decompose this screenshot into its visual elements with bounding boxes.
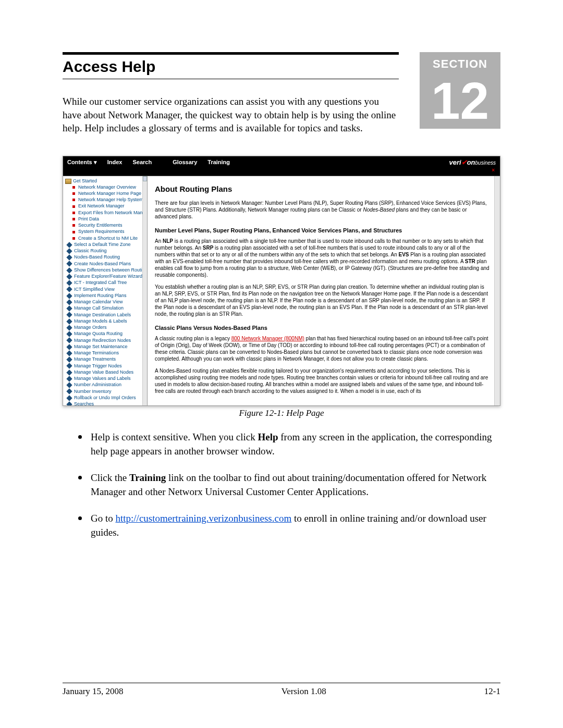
index-tab[interactable]: Index	[107, 159, 123, 165]
diamond-icon	[66, 254, 72, 260]
diamond-icon	[66, 274, 72, 279]
content-heading: About Routing Plans	[155, 184, 491, 193]
tree-topic[interactable]: Manage Quota Routing	[66, 331, 146, 337]
bullet-icon	[72, 205, 75, 208]
bullet-2: Click the Training link on the toolbar t…	[89, 470, 500, 499]
tree-topic[interactable]: Manage Orders	[66, 325, 146, 331]
bullet-3: Go to http://customertraining.verizonbus…	[89, 510, 500, 539]
bullet-icon	[72, 199, 75, 201]
tree-topic[interactable]: ICT - Integrated Call Tree	[66, 280, 146, 286]
training-url-link[interactable]: http://customertraining.verizonbusiness.…	[116, 513, 292, 524]
section-badge: SECTION 12	[420, 52, 500, 129]
diamond-icon	[66, 363, 72, 369]
tree-leaf[interactable]: Security Entitlements	[72, 223, 146, 229]
tree-topic[interactable]: Feature Explorer/Feature Wizard	[66, 274, 146, 280]
tree-topic[interactable]: Show Differences between Routi	[66, 267, 146, 273]
footer-date: January 15, 2008	[63, 686, 124, 697]
content-para-1: There are four plan levels in Network Ma…	[155, 200, 491, 220]
content-scrollbar[interactable]	[494, 176, 500, 405]
diamond-icon	[66, 395, 72, 401]
tree-leaf[interactable]: Print Data	[72, 216, 146, 222]
tree-topic[interactable]: Manage Terminations	[66, 350, 146, 356]
tree-topic[interactable]: Manage Values and Labels	[66, 376, 146, 382]
notes-bullet-list: Help is context sensitive. When you clic…	[63, 429, 500, 540]
diamond-icon	[66, 312, 72, 318]
toolbar-separator: ×	[63, 168, 500, 176]
tree-topic[interactable]: Manage Calendar View	[66, 299, 146, 305]
diamond-icon	[66, 382, 72, 388]
verizon-logo: veri✔onbusiness	[449, 158, 496, 166]
section-number: 12	[420, 76, 500, 126]
tree-topic[interactable]: ICT Simplified View	[66, 286, 146, 292]
tree-topic[interactable]: Classic Routing	[66, 248, 146, 254]
diamond-icon	[66, 331, 72, 337]
tree-root[interactable]: Get Started	[73, 178, 97, 184]
bullet-icon	[72, 231, 75, 233]
diamond-icon	[66, 389, 72, 394]
diamond-icon	[66, 267, 72, 273]
diamond-icon	[66, 325, 72, 330]
bullet-icon	[72, 186, 75, 189]
diamond-icon	[66, 261, 72, 267]
book-icon	[65, 179, 71, 184]
bullet-icon	[72, 218, 75, 220]
tree-topic[interactable]: Number Administration	[66, 382, 146, 388]
content-subheading-1: Number Level Plans, Super Routing Plans,…	[155, 227, 491, 233]
tree-topic[interactable]: Nodes-Based Routing	[66, 254, 146, 261]
help-contents-tree[interactable]: Get Started Network Manager OverviewNetw…	[63, 176, 148, 405]
sidebar-scrollbar[interactable]	[142, 176, 147, 405]
tree-topic[interactable]: Implement Routing Plans	[66, 292, 146, 299]
training-tab[interactable]: Training	[207, 159, 230, 165]
tree-topic[interactable]: Rollback or Undo Impl Orders	[66, 394, 146, 401]
tree-leaf[interactable]: Export Files from Network Mana	[72, 209, 146, 216]
tree-leaf[interactable]: Network Manager Overview	[72, 184, 146, 190]
content-para-2: An NLP is a routing plan associated with…	[155, 238, 491, 278]
bullet-icon	[72, 237, 75, 240]
tree-topic[interactable]: Manage Redirection Nodes	[66, 337, 146, 343]
tree-leaf[interactable]: Create a Shortcut to NM Lite	[72, 235, 146, 241]
tree-topic[interactable]: Manage Models & Labels	[66, 318, 146, 324]
tree-topic[interactable]: Manage Set Maintenance	[66, 343, 146, 350]
diamond-icon	[66, 299, 72, 305]
tree-topic[interactable]: Searches	[66, 401, 146, 405]
search-tab[interactable]: Search	[132, 159, 152, 165]
tree-topic[interactable]: Manage Destination Labels	[66, 312, 146, 318]
diamond-icon	[66, 287, 72, 292]
tree-topic[interactable]: Select a Default Time Zone	[66, 241, 146, 248]
tree-topic[interactable]: Manage Value Based Nodes	[66, 369, 146, 375]
close-icon[interactable]: ×	[492, 167, 495, 173]
tree-topic[interactable]: Manage Trigger Nodes	[66, 363, 146, 369]
diamond-icon	[66, 305, 72, 311]
diamond-icon	[66, 369, 72, 375]
diamond-icon	[66, 376, 72, 381]
page-title: Access Help	[63, 58, 399, 76]
content-para-5: A Nodes-Based routing plan enables flexi…	[155, 367, 491, 394]
tree-topic[interactable]: Number Inventory	[66, 388, 146, 394]
tree-leaf[interactable]: Network Manager Home Page	[72, 190, 146, 196]
glossary-tab[interactable]: Glossary	[173, 159, 197, 165]
tree-topic[interactable]: Create Nodes-Based Plans	[66, 261, 146, 267]
diamond-icon	[66, 401, 72, 405]
figure-caption: Figure 12-1: Help Page	[63, 408, 500, 418]
diamond-icon	[66, 318, 72, 324]
diamond-icon	[66, 248, 72, 254]
tree-leaf[interactable]: System Requirements	[72, 229, 146, 235]
scroll-up-icon[interactable]	[143, 176, 147, 181]
content-para-4: A classic routing plan is a legacy 800 N…	[155, 335, 491, 362]
content-para-3: You establish whether a routing plan is …	[155, 283, 491, 317]
contents-tab[interactable]: Contents ▾	[67, 159, 97, 166]
help-toolbar: Contents ▾ Index Search Glossary Trainin…	[63, 156, 500, 168]
help-content-pane: About Routing Plans There are four plan …	[148, 176, 500, 405]
800nm-link[interactable]: 800 Network Manager (800NM)	[231, 336, 304, 341]
page-footer: January 15, 2008 Version 1.08 12-1	[63, 683, 500, 697]
tree-topic[interactable]: Manage Call Simulation	[66, 305, 146, 312]
section-label: SECTION	[420, 57, 500, 71]
help-screenshot: Contents ▾ Index Search Glossary Trainin…	[63, 156, 500, 406]
tree-leaf[interactable]: Exit Network Manager	[72, 203, 146, 209]
intro-paragraph: While our customer service organizations…	[63, 95, 399, 135]
diamond-icon	[66, 293, 72, 299]
tree-topic[interactable]: Manage Treatments	[66, 356, 146, 363]
tree-leaf[interactable]: Network Manager Help System	[72, 197, 146, 203]
footer-page: 12-1	[484, 686, 500, 697]
bullet-icon	[72, 212, 75, 214]
